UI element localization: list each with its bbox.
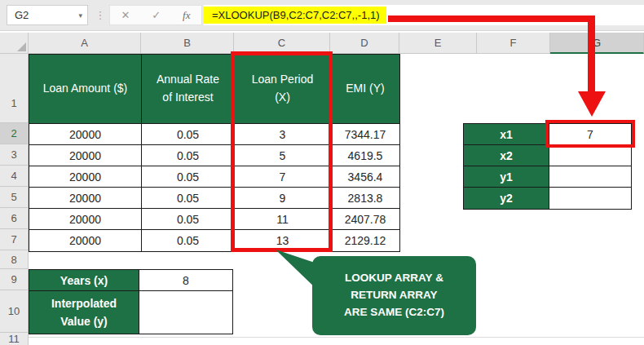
table-row: 20000 0.05 13 2129.12 (29, 230, 399, 251)
cell-A4[interactable]: 20000 (29, 166, 142, 188)
cell-B7[interactable]: 0.05 (142, 230, 235, 251)
highlight-box-cell-g2 (545, 120, 635, 148)
callout-line: LOOKUP ARRAY & (345, 270, 443, 287)
cell-A10[interactable]: Interpolated Value (y) (29, 291, 139, 334)
cell-B3[interactable]: 0.05 (142, 145, 235, 166)
row-header-1[interactable]: 1 (0, 54, 29, 123)
row-header-5[interactable]: 5 (0, 187, 29, 208)
select-all-corner[interactable] (0, 33, 29, 54)
table-row: Years (x) 8 (29, 270, 232, 291)
cancel-icon[interactable]: ✕ (121, 9, 130, 21)
cell-F5[interactable]: y2 (464, 188, 549, 209)
column-header-E[interactable]: E (399, 33, 477, 54)
table-row: 20000 0.05 7 3456.4 (29, 166, 399, 188)
cell-A1[interactable]: Loan Amount ($) (29, 55, 142, 124)
table-row: 20000 0.05 9 2813.8 (29, 188, 399, 209)
cell-F4[interactable]: y1 (464, 166, 549, 188)
cell-B1[interactable]: Annual Rate of Interest (142, 55, 235, 124)
formula-text: =XLOOKUP(B9,C2:C7,C2:C7,,-1,1) (204, 7, 386, 24)
cell-G4[interactable] (549, 166, 631, 188)
row-header-4[interactable]: 4 (0, 166, 29, 187)
cell-A9[interactable]: Years (x) (29, 270, 139, 291)
table-row: 20000 0.05 3 7344.17 (29, 124, 399, 145)
table-row: Interpolated Value (y) (29, 291, 232, 334)
row-header-10[interactable]: 10 (0, 290, 29, 333)
cell-B5[interactable]: 0.05 (142, 188, 235, 209)
cell-D4[interactable]: 3456.4 (331, 166, 399, 188)
cell-G3[interactable] (549, 145, 631, 166)
row-header-6[interactable]: 6 (0, 208, 29, 229)
cell-B4[interactable]: 0.05 (142, 166, 235, 188)
cell-A2[interactable]: 20000 (29, 124, 142, 145)
row-header-3[interactable]: 3 (0, 144, 29, 166)
callout-line: ARE SAME (C2:C7) (344, 304, 444, 321)
arrow-line-vertical (588, 15, 595, 93)
cell-D3[interactable]: 4619.5 (331, 145, 399, 166)
cell-A6[interactable]: 20000 (29, 209, 142, 230)
row-header-7[interactable]: 7 (0, 229, 29, 250)
name-box[interactable]: G2 ▾ (7, 5, 88, 25)
separator-dots-icon: ⋮ (95, 5, 106, 25)
excel-window: G2 ▾ ⋮ ✕ ✓ fx =XLOOKUP(B9,C2:C7,C2:C7,,-… (0, 0, 644, 345)
cell-D1[interactable]: EMI (Y) (331, 55, 399, 124)
cell-D6[interactable]: 2407.78 (331, 209, 399, 230)
column-header-B[interactable]: B (141, 33, 234, 54)
table-row: y1 (464, 166, 631, 188)
cell-F2[interactable]: x1 (464, 124, 549, 145)
cell-D5[interactable]: 2813.8 (331, 188, 399, 209)
cell-B2[interactable]: 0.05 (142, 124, 235, 145)
cell-G5[interactable] (549, 188, 631, 209)
arrow-line-horizontal (388, 15, 593, 22)
loan-table-header-row: Loan Amount ($) Annual Rate of Interest … (29, 55, 399, 124)
name-box-dropdown-icon[interactable]: ▾ (78, 11, 82, 20)
insert-function-icon[interactable]: fx (183, 9, 190, 22)
column-header-F[interactable]: F (477, 33, 550, 54)
row-header-9[interactable]: 9 (0, 269, 29, 290)
table-row: 20000 0.05 5 4619.5 (29, 145, 399, 166)
formula-buttons: ✕ ✓ fx (109, 5, 202, 25)
callout-line: RETURN ARRAY (351, 287, 437, 304)
arrow-head-icon (578, 91, 606, 117)
loan-table: Loan Amount ($) Annual Rate of Interest … (29, 54, 400, 252)
column-header-D[interactable]: D (330, 33, 399, 54)
table-row: x2 (464, 145, 631, 166)
cell-B10[interactable] (139, 291, 232, 334)
column-header-G[interactable]: G (550, 33, 644, 54)
select-all-icon (17, 42, 26, 51)
table-row: 20000 0.05 11 2407.78 (29, 209, 399, 230)
column-header-A[interactable]: A (29, 33, 141, 54)
callout-bubble: LOOKUP ARRAY & RETURN ARRAY ARE SAME (C2… (312, 256, 476, 335)
cell-B9[interactable]: 8 (139, 270, 232, 291)
cell-D7[interactable]: 2129.12 (331, 230, 399, 251)
cell-B6[interactable]: 0.05 (142, 209, 235, 230)
cell-F3[interactable]: x2 (464, 145, 549, 166)
highlight-box-loan-period-column (231, 51, 333, 252)
cell-A3[interactable]: 20000 (29, 145, 142, 166)
name-box-value: G2 (15, 9, 29, 21)
cell-A5[interactable]: 20000 (29, 188, 142, 209)
enter-icon[interactable]: ✓ (152, 9, 161, 21)
row-header-11[interactable]: 11 (0, 333, 29, 345)
gridline (29, 337, 644, 338)
row-header-8[interactable]: 8 (0, 250, 29, 269)
cell-A7[interactable]: 20000 (29, 230, 142, 251)
row-header-2[interactable]: 2 (0, 123, 29, 144)
table-row: y2 (464, 188, 631, 209)
cell-D2[interactable]: 7344.17 (331, 124, 399, 145)
years-table: Years (x) 8 Interpolated Value (y) (29, 269, 233, 334)
